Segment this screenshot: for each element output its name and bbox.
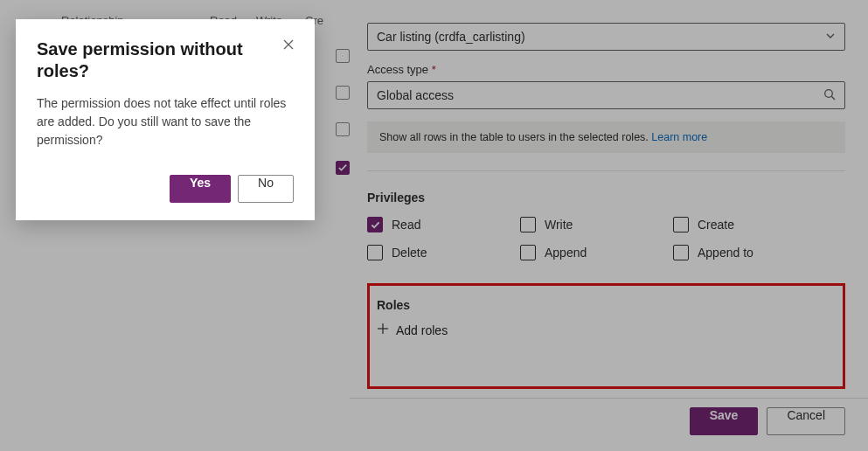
privilege-checkbox-delete[interactable]: Delete xyxy=(367,245,520,260)
add-roles-button[interactable]: Add roles xyxy=(377,323,830,337)
checkbox-box xyxy=(673,217,689,232)
save-button[interactable]: Save xyxy=(690,407,759,435)
checkbox-box xyxy=(520,245,536,260)
roles-title: Roles xyxy=(377,298,830,312)
privilege-label: Delete xyxy=(392,246,427,260)
table-dropdown-value: Car listing (crdfa_carlisting) xyxy=(377,30,525,44)
svg-line-1 xyxy=(831,96,835,100)
privilege-checkbox-create[interactable]: Create xyxy=(673,217,826,232)
plus-icon xyxy=(377,323,389,337)
checkbox-box xyxy=(367,217,383,232)
learn-more-link[interactable]: Learn more xyxy=(651,131,707,143)
checkbox-box xyxy=(520,217,536,232)
checkbox-box xyxy=(673,245,689,260)
privilege-label: Append xyxy=(545,246,587,260)
cancel-button[interactable]: Cancel xyxy=(767,407,845,435)
table-row-checkbox[interactable] xyxy=(336,49,350,63)
checkbox-box xyxy=(367,245,383,260)
dialog-title: Save permission without roles? xyxy=(37,38,294,82)
save-confirmation-dialog: Save permission without roles? The permi… xyxy=(16,19,315,220)
yes-button[interactable]: Yes xyxy=(170,175,231,203)
privilege-label: Read xyxy=(392,218,420,232)
close-icon xyxy=(282,38,295,53)
privilege-label: Write xyxy=(545,218,573,232)
svg-point-0 xyxy=(825,89,833,97)
permission-edit-panel: Car listing (crdfa_carlisting) Access ty… xyxy=(350,0,868,451)
table-dropdown[interactable]: Car listing (crdfa_carlisting) xyxy=(367,23,845,51)
privilege-checkbox-write[interactable]: Write xyxy=(520,217,673,232)
privilege-checkbox-append-to[interactable]: Append to xyxy=(673,245,826,260)
roles-section-highlighted: Roles Add roles xyxy=(367,283,845,389)
add-roles-label: Add roles xyxy=(396,323,448,337)
info-banner-text: Show all rows in the table to users in t… xyxy=(379,131,649,143)
access-type-dropdown[interactable]: Global access xyxy=(367,81,845,109)
close-button[interactable] xyxy=(280,37,297,54)
search-icon xyxy=(823,88,836,103)
dialog-footer: Yes No xyxy=(170,175,294,203)
privilege-checkbox-append[interactable]: Append xyxy=(520,245,673,260)
privileges-grid: ReadWriteCreateDeleteAppendAppend to xyxy=(367,217,845,260)
access-type-label: Access type xyxy=(367,63,845,76)
panel-footer: Save Cancel xyxy=(690,407,845,435)
privileges-title: Privileges xyxy=(367,191,845,205)
privilege-label: Create xyxy=(698,218,734,232)
table-row-checkbox-checked[interactable] xyxy=(336,161,350,175)
footer-divider xyxy=(350,398,868,399)
access-type-info-banner: Show all rows in the table to users in t… xyxy=(367,121,845,153)
dialog-body: The permission does not take effect unti… xyxy=(37,94,294,149)
privilege-checkbox-read[interactable]: Read xyxy=(367,217,520,232)
divider xyxy=(367,170,845,171)
privilege-label: Append to xyxy=(698,246,753,260)
chevron-down-icon xyxy=(825,30,836,44)
table-row-checkbox[interactable] xyxy=(336,86,350,100)
table-row-checkbox[interactable] xyxy=(336,122,350,136)
access-type-value: Global access xyxy=(377,88,454,102)
no-button[interactable]: No xyxy=(238,175,294,203)
